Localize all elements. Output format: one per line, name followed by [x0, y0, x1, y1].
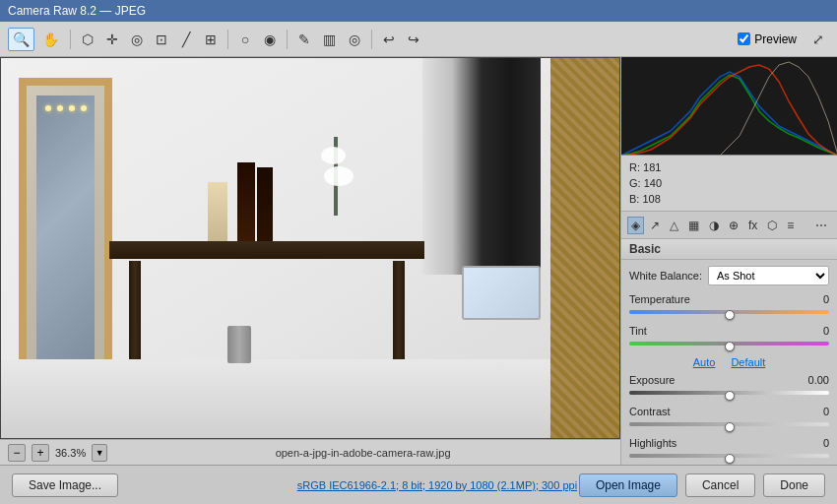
grad-filter[interactable]: ▥	[318, 28, 341, 51]
zoom-dropdown[interactable]: ▼	[92, 444, 107, 462]
panel-tab-fx[interactable]: fx	[744, 217, 761, 234]
panel-tab-split[interactable]: ◑	[705, 217, 723, 234]
toolbar: 🔍 ✋ ⬡ ✛ ◎ ⊡ ╱ ⊞ ○ ◉ ✎ ▥ ◎ ↩ ↪ Preview ⤢	[0, 22, 837, 57]
panel-tab-hsl[interactable]: ▦	[684, 217, 703, 234]
light-2	[57, 105, 63, 111]
r-value-row: R: 181	[629, 159, 829, 175]
panel-tab-tone[interactable]: ↗	[646, 217, 664, 234]
orchid-plant	[316, 137, 355, 235]
zoom-tool[interactable]: 🔍	[8, 28, 34, 51]
white-balance-tool[interactable]: ⬡	[77, 28, 98, 51]
mirror-inner	[36, 95, 95, 395]
rgb-values: R: 181 G: 140 B: 108	[621, 156, 837, 212]
highlights-thumb[interactable]	[725, 454, 735, 464]
crop-tool[interactable]: ⊡	[151, 28, 172, 51]
red-eye[interactable]: ◉	[259, 28, 281, 51]
image-canvas[interactable]	[0, 57, 620, 439]
contrast-value: 0	[800, 406, 829, 417]
panel-tab-basic[interactable]: ◈	[627, 217, 644, 234]
preview-checkbox[interactable]	[738, 32, 750, 45]
hand-tool[interactable]: ✋	[37, 28, 64, 51]
r-value: 181	[643, 161, 661, 173]
straighten[interactable]: ╱	[175, 28, 197, 51]
light-4	[81, 105, 87, 111]
temperature-thumb[interactable]	[725, 310, 735, 320]
tint-row: Tint 0	[629, 325, 829, 348]
exposure-thumb[interactable]	[725, 391, 735, 401]
separator-2	[227, 30, 228, 49]
table-top	[109, 241, 424, 259]
highlights-label: Highlights	[629, 437, 676, 449]
auto-default-row: Auto Default	[629, 356, 829, 368]
separator-1	[70, 30, 71, 49]
done-button[interactable]: Done	[763, 473, 825, 497]
wb-select[interactable]: As Shot Auto Daylight Cloudy Shade Tungs…	[708, 266, 829, 285]
temperature-track	[629, 310, 829, 314]
fullscreen-btn[interactable]: ⤢	[807, 28, 829, 51]
wicker-element	[550, 58, 619, 438]
contrast-row: Contrast 0	[629, 406, 829, 429]
contrast-thumb[interactable]	[725, 422, 735, 432]
target-adj[interactable]: ◎	[126, 28, 148, 51]
tint-track	[629, 342, 829, 346]
separator-4	[371, 30, 372, 49]
contrast-label-row: Contrast 0	[629, 406, 829, 417]
panel-tab-calib[interactable]: ⬡	[763, 217, 781, 234]
b-value: 108	[642, 193, 660, 205]
contrast-slider[interactable]	[629, 419, 829, 429]
adj-brush[interactable]: ✎	[293, 28, 315, 51]
vase	[208, 182, 227, 241]
footer-center: sRGB IEC61966-2.1; 8 bit; 1920 by 1080 (…	[295, 478, 579, 492]
panel-expand[interactable]: ⋯	[811, 217, 831, 234]
trash-can	[227, 326, 251, 363]
wine-bottle-1	[237, 162, 255, 241]
transform-tool[interactable]: ⊞	[200, 28, 222, 51]
auto-link[interactable]: Auto	[693, 356, 716, 368]
r-label: R:	[629, 161, 640, 173]
zoom-minus-btn[interactable]: −	[8, 444, 26, 462]
spot-removal[interactable]: ○	[234, 28, 256, 51]
image-area: − + 36.3% ▼ open-a-jpg-in-adobe-camera-r…	[0, 57, 620, 465]
exposure-label: Exposure	[629, 374, 675, 386]
bottom-bar: − + 36.3% ▼ open-a-jpg-in-adobe-camera-r…	[0, 439, 620, 465]
redo[interactable]: ↪	[403, 28, 424, 51]
panel-title: Basic	[629, 242, 661, 256]
mirror-lights	[45, 105, 87, 111]
color-info-link[interactable]: sRGB IEC61966-2.1; 8 bit; 1920 by 1080 (…	[297, 479, 577, 491]
zoom-plus-btn[interactable]: +	[32, 444, 49, 462]
wb-label: White Balance:	[629, 270, 702, 282]
filename-label: open-a-jpg-in-adobe-camera-raw.jpg	[113, 447, 612, 459]
temperature-slider[interactable]	[629, 307, 829, 317]
g-value: 140	[644, 177, 662, 189]
temperature-row: Temperature 0	[629, 293, 829, 317]
light-3	[69, 105, 75, 111]
main-container: 🔍 ✋ ⬡ ✛ ◎ ⊡ ╱ ⊞ ○ ◉ ✎ ▥ ◎ ↩ ↪ Preview ⤢	[0, 22, 837, 504]
panel-tab-detail[interactable]: △	[666, 217, 682, 234]
highlights-label-row: Highlights 0	[629, 437, 829, 449]
preview-label[interactable]: Preview	[754, 32, 797, 46]
separator-3	[287, 30, 288, 49]
b-value-row: B: 108	[629, 191, 829, 207]
tint-thumb[interactable]	[725, 342, 735, 351]
laptop	[462, 266, 541, 320]
panel-tab-lens[interactable]: ⊕	[725, 217, 742, 234]
highlights-slider[interactable]	[629, 451, 829, 461]
panel-tab-presets[interactable]: ≡	[783, 217, 798, 234]
white-balance-row: White Balance: As Shot Auto Daylight Clo…	[629, 266, 829, 285]
radial-filter[interactable]: ◎	[344, 28, 365, 51]
console-table	[109, 241, 424, 359]
staircase	[422, 58, 541, 275]
color-sampler[interactable]: ✛	[101, 28, 123, 51]
open-image-button[interactable]: Open Image	[579, 473, 677, 497]
footer-right: Open Image Cancel Done	[579, 473, 825, 497]
wine-bottle-2	[257, 167, 273, 241]
undo[interactable]: ↩	[378, 28, 400, 51]
default-link[interactable]: Default	[731, 356, 765, 368]
exposure-slider[interactable]	[629, 388, 829, 398]
histogram-svg	[621, 57, 837, 156]
temperature-value: 0	[800, 293, 829, 305]
panel-header: Basic	[621, 239, 837, 260]
cancel-button[interactable]: Cancel	[685, 473, 755, 497]
save-image-button[interactable]: Save Image...	[12, 473, 118, 497]
tint-slider[interactable]	[629, 339, 829, 348]
